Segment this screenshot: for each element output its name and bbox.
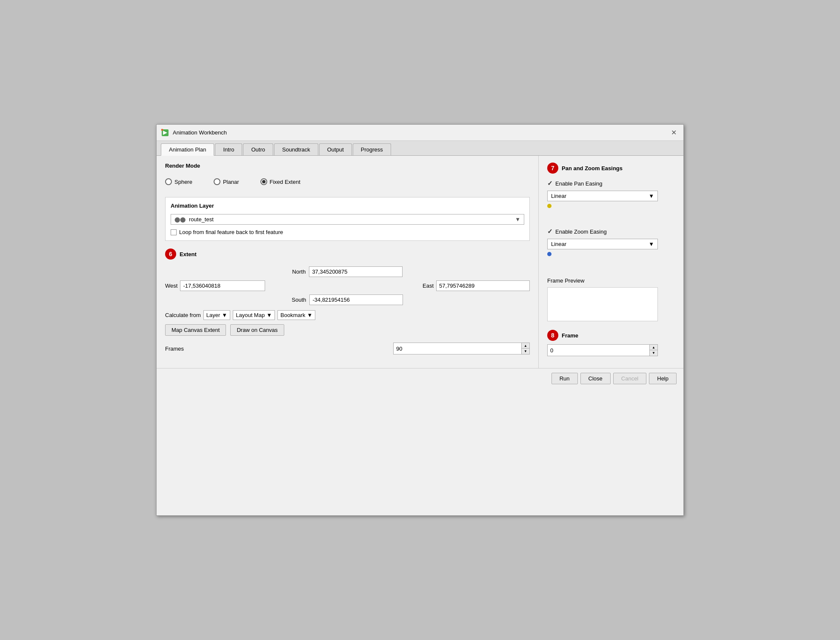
layout-map-dropdown[interactable]: Layout Map ▼ (233, 310, 275, 320)
layer-name: route_test (189, 216, 511, 223)
radio-sphere[interactable]: Sphere (165, 178, 192, 185)
content-area: Render Mode Sphere Planar Fixed Extent (157, 156, 683, 368)
extent-section: 6 Extent North West East (165, 249, 530, 354)
pan-easing-group: ✓ Enable Pan Easing Linear ▼ (547, 180, 675, 208)
calculate-row: Calculate from Layer ▼ Layout Map ▼ Book… (165, 310, 530, 320)
frames-input[interactable] (394, 343, 521, 354)
pan-checkmark-icon: ✓ (547, 180, 553, 187)
north-input[interactable] (309, 266, 403, 277)
help-button[interactable]: Help (649, 373, 677, 384)
window-title: Animation Workbench (173, 129, 227, 136)
extent-title: Extent (180, 251, 197, 257)
radio-label-fixed-extent: Fixed Extent (270, 179, 300, 185)
south-input[interactable] (309, 294, 403, 305)
cancel-button[interactable]: Cancel (613, 373, 646, 384)
radio-label-planar: Planar (223, 179, 239, 185)
pan-zoom-title: Pan and Zoom Easings (562, 165, 623, 171)
frames-spin-up-button[interactable]: ▲ (522, 343, 529, 349)
zoom-easing-value: Linear (551, 241, 649, 247)
bookmark-dropdown[interactable]: Bookmark ▼ (277, 310, 315, 320)
south-row: South (165, 294, 530, 305)
render-mode-options: Sphere Planar Fixed Extent (165, 174, 530, 189)
layer-dropdown[interactable]: Layer ▼ (203, 310, 230, 320)
frames-spinbox[interactable]: ▲ ▼ (393, 343, 530, 354)
radio-btn-sphere[interactable] (165, 178, 172, 185)
render-mode-section: Render Mode Sphere Planar Fixed Extent (165, 163, 530, 189)
frames-arrows: ▲ ▼ (521, 343, 529, 354)
zoom-easing-group: ✓ Enable Zoom Easing Linear ▼ (547, 228, 675, 256)
zoom-enable-row[interactable]: ✓ Enable Zoom Easing (547, 228, 675, 235)
radio-planar[interactable]: Planar (214, 178, 239, 185)
close-button[interactable]: Close (580, 373, 611, 384)
layer-icon: ⬤⬤ (174, 217, 186, 223)
frame-preview-box (547, 287, 658, 321)
pan-easing-value: Linear (551, 193, 649, 199)
tab-bar: Animation Plan Intro Outro Soundtrack Ou… (157, 141, 683, 156)
extent-badge: 6 (165, 249, 176, 260)
titlebar: Animation Workbench ✕ (157, 125, 683, 141)
layout-map-label: Layout Map (236, 312, 265, 318)
frame-section: 8 Frame ▲ ▼ (547, 330, 675, 356)
zoom-easing-dot-icon (547, 252, 551, 256)
tab-progress[interactable]: Progress (353, 143, 391, 155)
left-panel: Render Mode Sphere Planar Fixed Extent (157, 156, 539, 368)
layer-dropdown-arrow-icon: ▼ (515, 216, 520, 223)
west-label: West (165, 283, 177, 289)
radio-label-sphere: Sphere (174, 179, 192, 185)
pan-easing-dropdown[interactable]: Linear ▼ (547, 191, 658, 201)
bookmark-chevron-icon: ▼ (307, 312, 313, 318)
frame-arrows: ▲ ▼ (649, 345, 657, 356)
layout-map-chevron-icon: ▼ (266, 312, 272, 318)
east-input[interactable] (436, 280, 530, 291)
ew-row: West East (165, 280, 530, 291)
animation-layer-title: Animation Layer (171, 203, 524, 209)
pan-enable-row[interactable]: ✓ Enable Pan Easing (547, 180, 675, 187)
svg-rect-2 (161, 129, 163, 131)
west-side: West (165, 280, 265, 291)
tab-output[interactable]: Output (319, 143, 352, 155)
main-window: Animation Workbench ✕ Animation Plan Int… (156, 124, 684, 516)
frame-spinbox[interactable]: ▲ ▼ (547, 344, 658, 356)
frame-label: Frame (562, 332, 578, 339)
extent-buttons-row: Map Canvas Extent Draw on Canvas (165, 324, 530, 336)
layer-dropdown-label: Layer (206, 312, 220, 318)
loop-checkbox-row[interactable]: Loop from final feature back to first fe… (171, 229, 524, 235)
right-panel: 7 Pan and Zoom Easings ✓ Enable Pan Easi… (539, 156, 683, 368)
frame-spin-up-button[interactable]: ▲ (650, 345, 657, 350)
tab-intro[interactable]: Intro (215, 143, 242, 155)
run-button[interactable]: Run (551, 373, 578, 384)
tab-soundtrack[interactable]: Soundtrack (274, 143, 318, 155)
zoom-easing-dropdown[interactable]: Linear ▼ (547, 239, 658, 249)
app-icon (161, 129, 169, 137)
layer-select-dropdown[interactable]: ⬤⬤ route_test ▼ (171, 214, 524, 225)
close-window-button[interactable]: ✕ (669, 128, 679, 137)
zoom-easing-arrow-icon: ▼ (649, 241, 654, 247)
east-side: East (423, 280, 530, 291)
radio-btn-fixed-extent[interactable] (260, 178, 267, 185)
map-canvas-extent-button[interactable]: Map Canvas Extent (165, 324, 226, 336)
animation-layer-section: Animation Layer ⬤⬤ route_test ▼ Loop fro… (165, 197, 530, 241)
radio-fixed-extent[interactable]: Fixed Extent (260, 178, 300, 185)
titlebar-left: Animation Workbench (161, 129, 227, 137)
radio-btn-planar[interactable] (214, 178, 220, 185)
loop-checkbox[interactable] (171, 229, 177, 235)
north-label: North (292, 269, 306, 275)
zoom-enable-label: Enable Zoom Easing (555, 229, 607, 235)
frame-spin-down-button[interactable]: ▼ (650, 350, 657, 356)
tab-outro[interactable]: Outro (243, 143, 273, 155)
frame-input[interactable] (548, 345, 649, 356)
frame-header: 8 Frame (547, 330, 675, 341)
frames-spin-down-button[interactable]: ▼ (522, 349, 529, 354)
pan-easing-dot-icon (547, 204, 551, 208)
frames-row: Frames ▲ ▼ (165, 343, 530, 354)
render-mode-title: Render Mode (165, 163, 530, 169)
north-row: North (165, 266, 530, 277)
layer-dropdown-chevron-icon: ▼ (222, 312, 227, 318)
pan-zoom-header: 7 Pan and Zoom Easings (547, 163, 675, 174)
frames-label: Frames (165, 346, 389, 352)
draw-on-canvas-button[interactable]: Draw on Canvas (230, 324, 284, 336)
west-input[interactable] (180, 280, 265, 291)
zoom-checkmark-icon: ✓ (547, 228, 553, 235)
calculate-label: Calculate from (165, 312, 201, 318)
tab-animation-plan[interactable]: Animation Plan (161, 143, 214, 156)
